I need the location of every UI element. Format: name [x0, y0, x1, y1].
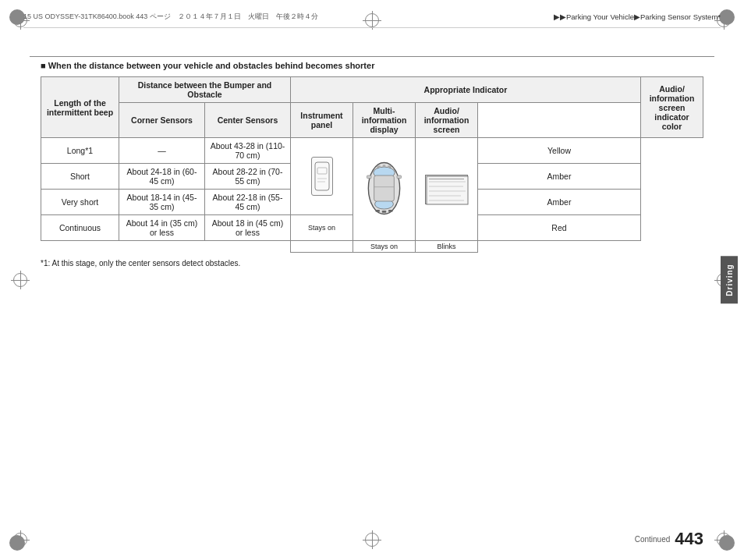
svg-rect-0 [315, 162, 329, 190]
row1-corner: — [119, 138, 205, 164]
indicator-audio-screen [416, 138, 478, 241]
svg-rect-14 [376, 210, 381, 212]
top-divider [30, 56, 714, 57]
crosshair-br [714, 530, 733, 549]
indicator-instrument-panel [291, 138, 353, 215]
svg-rect-9 [367, 175, 372, 179]
header-multi-info: Multi-information display [353, 103, 416, 138]
row1-center: About 43-28 in (110-70 cm) [205, 138, 291, 164]
header-beep: Length of the intermittent beep [41, 77, 119, 138]
header-distance-group: Distance between the Bumper and Obstacle [119, 77, 291, 103]
row2-center: About 28-22 in (70-55 cm) [205, 164, 291, 190]
row3-center: About 22-18 in (55-45 cm) [205, 190, 291, 215]
file-info: 15 US ODYSSEY-31TK86400.book 443 ページ ２０１… [23, 12, 554, 22]
row4-center: About 18 in (45 cm) or less [205, 215, 291, 241]
side-tab-label: Driving [725, 264, 734, 296]
row2-color: Amber [478, 164, 641, 190]
footnote: *1: At this stage, only the center senso… [41, 259, 703, 268]
audio-screen-img [425, 175, 468, 204]
page-number: 443 [675, 529, 703, 549]
crosshair-ml [11, 271, 30, 289]
side-tab-driving: Driving [721, 256, 738, 303]
row2-corner: About 24-18 in (60-45 cm) [119, 164, 205, 190]
instrument-panel-svg [314, 161, 330, 191]
crosshair-bc [363, 530, 381, 549]
row4-corner: About 14 in (35 cm) or less [119, 215, 205, 241]
svg-rect-12 [383, 165, 386, 167]
row2-beep: Short [41, 164, 119, 190]
row1-color: Yellow [478, 138, 641, 164]
row4-beep: Continuous [41, 215, 119, 241]
header-audio-screen: Audio/ information screen [416, 103, 478, 138]
header-bar: 15 US ODYSSEY-31TK86400.book 443 ページ ２０１… [23, 6, 721, 28]
instrument-panel-img [311, 157, 333, 196]
page-number-area: Continued 443 [635, 529, 703, 549]
audio-screen-svg [426, 175, 469, 205]
header-indicator-group: Appropriate Indicator [291, 77, 641, 103]
sensor-table: Length of the intermittent beep Distance… [41, 76, 703, 253]
svg-rect-13 [388, 165, 391, 168]
svg-rect-1 [317, 168, 327, 174]
svg-rect-15 [382, 211, 387, 213]
row4-instrument: Stays on [291, 215, 353, 241]
row3-color: Amber [478, 190, 641, 215]
svg-rect-16 [388, 210, 393, 212]
breadcrumb: ▶▶Parking Your Vehicle▶Parking Sensor Sy… [554, 12, 721, 21]
row3-beep: Very short [41, 190, 119, 215]
row4-color: Red [478, 215, 641, 241]
continued-text: Continued [635, 535, 671, 544]
svg-rect-7 [374, 175, 395, 201]
indicator-multi-info [353, 138, 416, 241]
stays-on-label-1: Stays on [308, 224, 335, 232]
main-content: When the distance between your vehicle a… [41, 61, 703, 521]
stays-on-label-2: Stays on [353, 241, 416, 253]
car-top-view-svg [363, 159, 406, 218]
header-center-sensors: Center Sensors [205, 103, 291, 138]
blinks-label: Blinks [416, 241, 478, 253]
svg-rect-11 [377, 165, 381, 168]
section-heading: When the distance between your vehicle a… [41, 61, 703, 70]
stays-on-label-2-cell [291, 241, 353, 253]
header-corner-sensors: Corner Sensors [119, 103, 205, 138]
svg-rect-17 [427, 176, 468, 204]
svg-rect-10 [397, 175, 402, 179]
crosshair-bl [11, 530, 30, 549]
row3-corner: About 18-14 in (45-35 cm) [119, 190, 205, 215]
header-instrument-panel: Instrument panel [291, 103, 353, 138]
header-color: Audio/ information screen indicator colo… [641, 77, 703, 138]
row1-beep: Long*1 [41, 138, 119, 164]
